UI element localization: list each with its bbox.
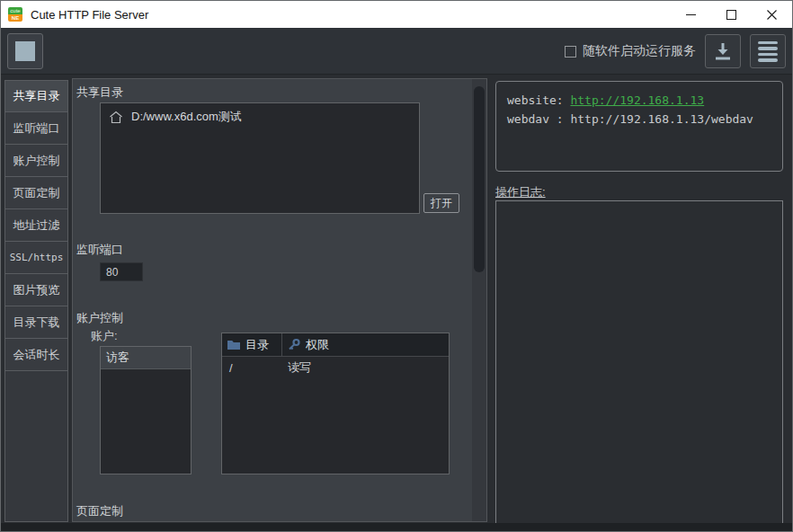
toolbar: 随软件启动运行服务 — [1, 28, 792, 75]
stop-service-button[interactable] — [7, 33, 43, 69]
stop-icon — [15, 41, 35, 61]
tab-share-directory[interactable]: 共享目录 — [4, 80, 68, 112]
home-icon — [109, 111, 123, 124]
account-list[interactable]: 访客 — [100, 346, 192, 474]
main-scrollbar[interactable] — [472, 79, 486, 521]
close-button[interactable] — [752, 1, 792, 28]
window-bottom-edge — [1, 523, 792, 531]
perm-cell: 读写 — [282, 359, 449, 376]
server-info-box: website: http://192.168.1.13 webdav : ht… — [495, 81, 783, 172]
app-icon: cute NE — [8, 7, 22, 22]
website-link[interactable]: http://192.168.1.13 — [570, 93, 704, 107]
permission-table-row[interactable]: / 读写 — [222, 357, 449, 378]
share-directory-item[interactable]: D:/www.x6d.com测试 — [101, 103, 419, 130]
dir-cell: / — [222, 361, 282, 375]
maximize-icon — [726, 10, 736, 20]
webdav-line: webdav : http://192.168.1.13/webdav — [507, 110, 771, 129]
caption-buttons — [671, 1, 792, 28]
download-button[interactable] — [705, 34, 741, 68]
dir-column-header[interactable]: 目录 — [222, 333, 282, 356]
tab-listen-port[interactable]: 监听端口 — [4, 112, 68, 145]
title-bar: cute NE Cute HTTP File Server — [1, 1, 792, 28]
tab-address-filter[interactable]: 地址过滤 — [4, 209, 68, 242]
minimize-button[interactable] — [671, 1, 711, 28]
tab-session-duration[interactable]: 会话时长 — [4, 339, 68, 371]
permission-table: 目录 权限 / 读写 — [221, 332, 450, 474]
tab-ssl-https[interactable]: SSL/https — [4, 242, 68, 274]
tab-account-control[interactable]: 账户控制 — [4, 145, 68, 177]
page-custom-section-label: 页面定制 — [76, 503, 123, 519]
minimize-icon — [686, 10, 696, 20]
close-icon — [767, 10, 777, 20]
share-directory-path: D:/www.x6d.com测试 — [131, 109, 242, 125]
download-icon — [712, 41, 734, 61]
account-label: 账户: — [91, 328, 118, 344]
autostart-option[interactable]: 随软件启动运行服务 — [565, 43, 696, 59]
open-button[interactable]: 打开 — [423, 193, 459, 213]
settings-panel: 共享目录 D:/www.x6d.com测试 打开 监听端口 账户控制 账户: 访… — [72, 78, 487, 522]
key-icon — [287, 338, 301, 351]
folder-icon — [227, 339, 241, 350]
listen-port-section-label: 监听端口 — [76, 242, 123, 258]
tab-directory-download[interactable]: 目录下载 — [4, 306, 68, 339]
perm-column-header[interactable]: 权限 — [282, 333, 449, 356]
autostart-checkbox[interactable] — [565, 46, 576, 58]
menu-button[interactable] — [750, 34, 786, 68]
share-directory-section-label: 共享目录 — [76, 84, 123, 101]
operation-log-label: 操作日志: — [495, 184, 546, 200]
sidebar-tabs: 共享目录 监听端口 账户控制 页面定制 地址过滤 SSL/https 图片预览 … — [4, 80, 68, 522]
share-directory-list[interactable]: D:/www.x6d.com测试 — [100, 102, 420, 214]
scrollbar-thumb[interactable] — [474, 86, 485, 272]
sidebar-empty-area — [4, 371, 68, 522]
maximize-button[interactable] — [711, 1, 752, 28]
account-control-section-label: 账户控制 — [76, 310, 123, 326]
operation-log-box — [495, 200, 783, 525]
tab-page-custom[interactable]: 页面定制 — [4, 177, 68, 209]
webdav-label: webdav : — [507, 112, 564, 126]
website-line: website: http://192.168.1.13 — [507, 91, 771, 110]
app-window: cute NE Cute HTTP File Server 随软件启动运行服务 — [0, 0, 793, 532]
port-input[interactable] — [100, 262, 143, 281]
menu-icon — [758, 41, 778, 62]
website-label: website: — [507, 93, 564, 107]
account-list-item[interactable]: 访客 — [101, 347, 191, 369]
window-title: Cute HTTP File Server — [31, 8, 148, 22]
tab-image-preview[interactable]: 图片预览 — [4, 274, 68, 306]
permission-table-header: 目录 权限 — [222, 333, 449, 357]
webdav-url: http://192.168.1.13/webdav — [570, 112, 753, 126]
autostart-label: 随软件启动运行服务 — [583, 43, 696, 59]
